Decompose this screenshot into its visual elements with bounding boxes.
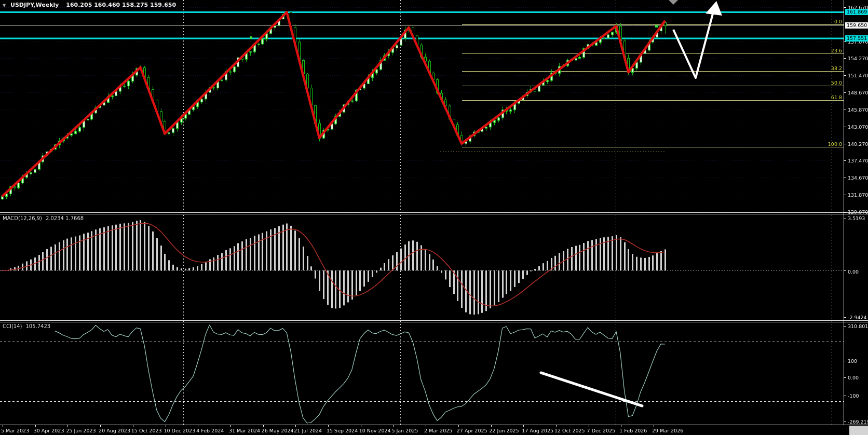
chart-window: ▼ USDJPY,Weekly 160.205 160.460 158.275 …: [0, 0, 868, 435]
fib-level-label: 61.8: [824, 94, 842, 100]
date-tick-label: 26 May 2024: [262, 428, 294, 433]
date-tick-label: 25 Jun 2023: [66, 428, 96, 433]
symbol-title: ▼ USDJPY,Weekly 160.205 160.460 158.275 …: [3, 2, 176, 8]
macd-axis-label: -2.9424: [848, 315, 867, 320]
symbol-period-label: USDJPY,Weekly: [10, 2, 59, 8]
macd-name: MACD(12,26,9): [3, 215, 42, 221]
fib-level-label: 50.0: [824, 80, 842, 86]
date-tick-label: 29 Mar 2026: [652, 428, 683, 433]
macd-axis-label: 0.00: [848, 269, 859, 275]
time-axis[interactable]: 5 Mar 202330 Apr 202325 Jun 202320 Aug 2…: [0, 425, 868, 435]
date-tick-label: 2 Mar 2025: [424, 428, 452, 433]
price-tick-label: 137.470: [848, 158, 868, 164]
price-tick-label: 143.070: [848, 124, 868, 130]
date-tick-label: 5 Jan 2025: [391, 428, 418, 433]
date-tick-label: 10 Dec 2023: [164, 428, 196, 433]
cci-axis-label: -100: [848, 393, 859, 399]
date-tick-label: 15 Sep 2024: [327, 428, 358, 433]
date-tick-label: 30 Apr 2023: [34, 428, 64, 433]
date-tick-label: 20 Aug 2023: [99, 428, 130, 433]
price-tick-label: 131.870: [848, 192, 868, 198]
cci-name: CCI(14): [3, 323, 22, 329]
date-tick-label: 10 Nov 2024: [359, 428, 391, 433]
date-tick-label: 1 Feb 2026: [619, 428, 647, 433]
price-level-box: 157.551: [845, 35, 868, 42]
chart-canvas[interactable]: [0, 0, 868, 435]
date-tick-label: 31 Mar 2024: [229, 428, 260, 433]
price-tick-label: 145.870: [848, 107, 868, 113]
cci-axis-label: 100: [848, 358, 857, 364]
cci-axis-label: 310.8019: [848, 323, 868, 329]
price-tick-label: 154.270: [848, 56, 868, 61]
cci-axis-label: -269.2192: [848, 419, 868, 425]
date-tick-label: 15 Oct 2023: [131, 428, 162, 433]
price-tick-label: 148.670: [848, 90, 868, 96]
price-level-box: 161.869: [845, 9, 868, 15]
date-tick-label: 21 Jul 2024: [294, 428, 322, 433]
price-axis[interactable]: 162.670157.070154.270151.470148.670145.8…: [844, 0, 868, 425]
fib-level-label: 100.0: [824, 141, 842, 147]
date-tick-label: 17 Aug 2025: [522, 428, 553, 433]
price-tick-label: 129.070: [848, 209, 868, 215]
date-tick-label: 4 Feb 2024: [196, 428, 224, 433]
macd-values: 2.0234 1.7668: [46, 215, 84, 221]
date-tick-label: 7 Dec 2025: [587, 428, 616, 433]
price-level-box: 159.650: [845, 22, 868, 29]
fib-level-label: 0.0: [824, 19, 842, 24]
cci-values: 105.7423: [25, 323, 50, 329]
date-tick-label: 12 Oct 2025: [554, 428, 585, 433]
date-tick-label: 27 Apr 2025: [457, 428, 487, 433]
date-tick-label: 5 Mar 2023: [1, 428, 29, 433]
cci-axis-label: 0.00: [848, 375, 859, 380]
macd-indicator-label: MACD(12,26,9)2.0234 1.7668: [3, 215, 84, 221]
fib-level-label: 38.2: [824, 65, 842, 71]
ohlc-values: 160.205 160.460 158.275 159.650: [66, 2, 176, 8]
chevron-down-icon[interactable]: ▼: [3, 3, 6, 8]
price-tick-label: 140.270: [848, 141, 868, 147]
fib-level-label: 23.6: [824, 48, 842, 53]
macd-axis-label: 3.5193: [848, 215, 865, 221]
price-tick-label: 134.670: [848, 175, 868, 181]
cci-indicator-label: CCI(14)105.7423: [3, 323, 50, 329]
date-tick-label: 22 Jun 2025: [490, 428, 519, 433]
price-tick-label: 151.470: [848, 73, 868, 78]
